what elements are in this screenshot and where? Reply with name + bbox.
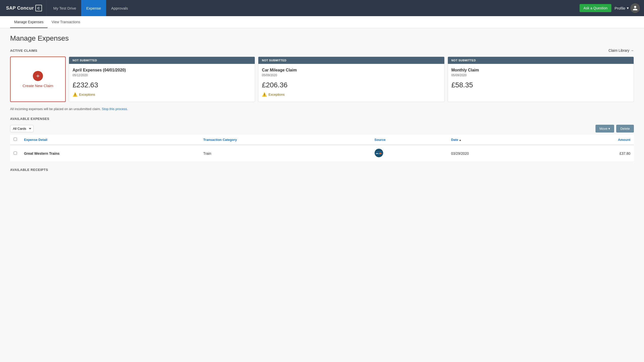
claim-title-1: Car Mileage Claim [262, 68, 441, 72]
nav-expense[interactable]: Expense [81, 0, 106, 16]
col-header-detail[interactable]: Expense Detail [20, 135, 200, 145]
active-claims-label: ACTIVE CLAIMS [10, 49, 37, 53]
top-navigation: SAP Concur C My Test Drive Expense Appro… [0, 0, 644, 16]
claim-body-1: Car Mileage Claim 05/09/2020 £206.36 ⚠️ … [258, 64, 444, 101]
logo-area: SAP Concur C [4, 0, 46, 16]
active-claims-header: ACTIVE CLAIMS Claim Library → [10, 48, 634, 53]
page-title: Manage Expenses [10, 34, 634, 42]
toolbar-actions: Move ▾ Delete [595, 125, 634, 133]
row-checkbox-cell [10, 145, 20, 162]
subnav-manage-expenses[interactable]: Manage Expenses [10, 16, 48, 28]
claim-card-0[interactable]: NOT SUBMITTED April Expenses (04/01/2020… [69, 57, 255, 102]
svg-rect-3 [376, 153, 378, 154]
claim-date-0: 05/12/2020 [73, 73, 251, 77]
expense-detail-0: Great Western Trains [20, 145, 200, 162]
chevron-down-icon: ▾ [608, 127, 610, 131]
claim-title-2: Monthly Claim [451, 68, 630, 72]
available-receipts-label: AVAILABLE RECEIPTS [10, 168, 634, 172]
exception-badge-0: ⚠️ Exceptions [73, 92, 251, 97]
claim-card-2[interactable]: NOT SUBMITTED Monthly Claim 05/09/2020 £… [448, 57, 634, 102]
checkbox-header [10, 135, 20, 145]
claim-amount-1: £206.36 [262, 81, 441, 89]
expenses-toolbar: All Cards Move ▾ Delete [10, 125, 634, 133]
arrow-right-icon: → [630, 48, 634, 53]
claim-library-link[interactable]: Claim Library → [609, 48, 634, 53]
logo-icon: C [35, 5, 42, 11]
claim-status-0: NOT SUBMITTED [69, 57, 255, 64]
nav-right: Ask a Question Profile ▾ [580, 3, 640, 13]
claim-amount-0: £232.63 [73, 81, 251, 89]
chevron-down-icon: ▾ [627, 6, 629, 10]
move-button[interactable]: Move ▾ [595, 125, 614, 133]
col-header-source[interactable]: Source [371, 135, 448, 145]
warning-icon-1: ⚠️ [262, 92, 267, 97]
claim-title-0: April Expenses (04/01/2020) [73, 68, 251, 72]
exception-badge-1: ⚠️ Exceptions [262, 92, 441, 97]
col-header-category[interactable]: Transaction Category [200, 135, 371, 145]
claim-date-2: 05/09/2020 [451, 73, 630, 77]
nav-approvals[interactable]: Approvals [106, 0, 133, 16]
table-header-row: Expense Detail Transaction Category Sour… [10, 135, 634, 145]
all-cards-select[interactable]: All Cards [10, 125, 34, 132]
expense-amount-0: £37.80 [552, 145, 634, 162]
info-text: All incoming expenses will be placed on … [10, 107, 634, 111]
nav-links: My Test Drive Expense Approvals [48, 0, 580, 16]
avatar [630, 3, 640, 13]
sub-navigation: Manage Expenses View Transactions [0, 16, 644, 28]
expense-date-0: 03/29/2020 [448, 145, 552, 162]
claim-body-2: Monthly Claim 05/09/2020 £58.35 [448, 64, 634, 96]
expense-category-0: Train [200, 145, 371, 162]
stop-process-link[interactable]: Stop this process. [102, 107, 128, 111]
claims-grid: + Create New Claim NOT SUBMITTED April E… [10, 57, 634, 102]
claim-amount-2: £58.35 [451, 81, 630, 89]
warning-icon-0: ⚠️ [73, 92, 78, 97]
claim-status-2: NOT SUBMITTED [448, 57, 634, 64]
source-card-icon [375, 149, 383, 157]
create-new-claim-card[interactable]: + Create New Claim [10, 57, 66, 102]
create-label: Create New Claim [22, 84, 53, 88]
plus-icon: + [33, 71, 43, 81]
claim-body-0: April Expenses (04/01/2020) 05/12/2020 £… [69, 64, 255, 101]
select-all-checkbox[interactable] [14, 138, 17, 141]
claim-card-1[interactable]: NOT SUBMITTED Car Mileage Claim 05/09/20… [258, 57, 444, 102]
col-header-date[interactable]: Date [448, 135, 552, 145]
ask-question-button[interactable]: Ask a Question [580, 4, 612, 12]
available-expenses-section: AVAILABLE EXPENSES All Cards Move ▾ Dele… [10, 117, 634, 162]
expense-table: Expense Detail Transaction Category Sour… [10, 135, 634, 162]
profile-label: Profile [614, 6, 625, 10]
logo-text: SAP Concur [6, 6, 34, 11]
available-expenses-label: AVAILABLE EXPENSES [10, 117, 634, 121]
claim-status-1: NOT SUBMITTED [258, 57, 444, 64]
col-header-amount[interactable]: Amount [552, 135, 634, 145]
profile-area[interactable]: Profile ▾ [614, 3, 640, 13]
subnav-view-transactions[interactable]: View Transactions [48, 16, 84, 28]
main-content: Manage Expenses ACTIVE CLAIMS Claim Libr… [0, 28, 644, 362]
table-row: Great Western Trains Train [10, 145, 634, 162]
claim-date-1: 05/09/2020 [262, 73, 441, 77]
svg-point-5 [379, 153, 381, 154]
available-receipts-section: AVAILABLE RECEIPTS [10, 168, 634, 172]
nav-my-test-drive[interactable]: My Test Drive [48, 0, 81, 16]
expense-source-0 [371, 145, 448, 162]
delete-button[interactable]: Delete [616, 125, 634, 133]
row-checkbox-0[interactable] [14, 151, 17, 155]
